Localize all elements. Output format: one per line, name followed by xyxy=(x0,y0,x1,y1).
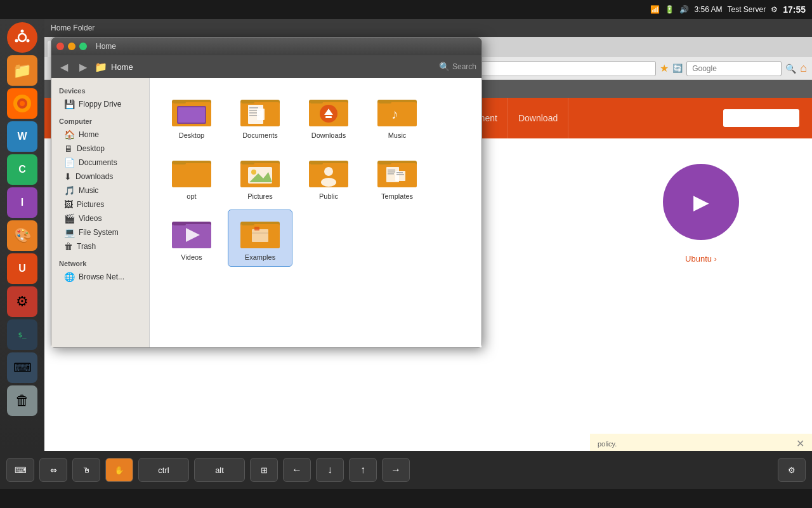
sidebar-item-documents[interactable]: 📄 Documents xyxy=(51,156,149,170)
svg-rect-22 xyxy=(249,107,258,109)
sidebar-item-floppy[interactable]: 💾 Floppy Drive xyxy=(51,97,149,111)
unity-icon-panel[interactable]: U xyxy=(7,253,37,284)
fm-maximize-button[interactable] xyxy=(79,43,87,50)
browser-search-input[interactable] xyxy=(686,61,782,76)
sidebar-item-home[interactable]: 🏠 Home xyxy=(51,128,149,142)
sidebar-item-downloads[interactable]: ⬇ Downloads xyxy=(51,170,149,184)
folder-opt[interactable]: opt xyxy=(160,149,223,205)
mouse-toggle-button[interactable]: 🖱 xyxy=(72,458,100,482)
arrow-up-button[interactable]: ↑ xyxy=(349,458,377,482)
folder-pictures-icon xyxy=(240,154,280,190)
music-folder-icon: 🎵 xyxy=(64,185,75,196)
fm-close-button[interactable] xyxy=(56,43,64,50)
svg-text:♪: ♪ xyxy=(391,106,398,122)
ubuntu-promo-link[interactable]: Ubuntu › xyxy=(685,254,717,264)
folder-public-icon xyxy=(308,154,349,190)
sidebar-item-trash[interactable]: 🗑 Trash xyxy=(51,239,149,253)
documents-folder-icon: 📄 xyxy=(64,157,75,168)
privacy-text: policy. xyxy=(598,440,617,448)
keyboard-toggle-button[interactable]: ⌨ xyxy=(6,458,34,482)
fm-sidebar-devices-header: Devices xyxy=(51,84,149,97)
folder-templates-icon xyxy=(377,154,417,190)
privacy-close-icon[interactable]: ✕ xyxy=(796,438,804,450)
fm-search-label: Search xyxy=(452,62,476,71)
folder-videos[interactable]: Videos xyxy=(160,210,223,266)
fm-title-bar: Home xyxy=(51,37,481,55)
alt-key-button[interactable]: alt xyxy=(194,458,245,482)
files-icon-panel[interactable]: 📁 xyxy=(7,55,37,86)
svg-rect-42 xyxy=(242,161,254,164)
brand-nav-download[interactable]: Download xyxy=(508,98,568,138)
sidebar-item-desktop[interactable]: 🖥 Desktop xyxy=(51,142,149,156)
svg-rect-24 xyxy=(249,112,257,114)
fm-back-button[interactable]: ◀ xyxy=(56,60,72,74)
play-icon: ▶ xyxy=(693,190,709,214)
folder-desktop[interactable]: Desktop xyxy=(160,88,223,144)
folder-pictures[interactable]: Pictures xyxy=(228,149,292,205)
svg-point-7 xyxy=(20,101,25,106)
fm-search-icon[interactable]: 🔍 xyxy=(439,62,450,72)
downloads-folder-icon: ⬇ xyxy=(64,171,72,182)
folder-opt-label: opt xyxy=(187,192,196,200)
folder-documents[interactable]: Documents xyxy=(228,88,292,144)
browser-go-icon[interactable]: 🔄 xyxy=(672,64,683,73)
folder-music[interactable]: ♪ Music xyxy=(365,88,429,144)
arrow-right-button[interactable]: → xyxy=(382,458,410,482)
svg-rect-38 xyxy=(172,163,211,187)
windows-key-button[interactable]: ⊞ xyxy=(250,458,278,482)
svg-rect-17 xyxy=(178,107,205,123)
svg-rect-63 xyxy=(173,222,186,225)
top-time: 17:55 xyxy=(783,4,806,15)
hand-toggle-button[interactable]: ✋ xyxy=(105,458,133,482)
svg-point-49 xyxy=(324,167,333,176)
arrows-toggle-button[interactable]: ⇔ xyxy=(39,458,67,482)
trash-icon-panel[interactable]: 🗑 xyxy=(7,385,37,416)
arrow-left-button[interactable]: ← xyxy=(283,458,311,482)
top-settings-icon[interactable]: ⚙ xyxy=(771,5,778,14)
fm-forward-button[interactable]: ▶ xyxy=(75,60,91,74)
sidebar-item-videos[interactable]: 🎬 Videos xyxy=(51,211,149,225)
up-arrow-icon: ↑ xyxy=(360,464,365,476)
synaptic-icon-panel[interactable]: ⚙ xyxy=(7,286,37,317)
right-arrow-icon: → xyxy=(391,464,401,476)
fm-title: Home xyxy=(96,42,116,51)
ctrl-label: ctrl xyxy=(158,465,169,475)
fm-location-bar: 📁 Home xyxy=(95,61,435,73)
writer-icon-panel[interactable]: W xyxy=(7,121,37,152)
arrow-down-button[interactable]: ↓ xyxy=(316,458,344,482)
terminal-icon-panel[interactable]: $_ xyxy=(7,319,37,350)
screenkey-icon-panel[interactable]: ⌨ xyxy=(7,352,37,383)
folder-examples[interactable]: Examples xyxy=(228,210,292,266)
unity-panel: 📁 W C I 🎨 U ⚙ $_ ⌨ 🗑 xyxy=(0,19,44,451)
app-title: Home Folder xyxy=(51,23,95,32)
sidebar-item-pictures[interactable]: 🖼 Pictures xyxy=(51,197,149,211)
bookmark-star-icon[interactable]: ★ xyxy=(660,62,669,74)
ubuntu-home-button[interactable] xyxy=(7,22,37,53)
theme-icon-panel[interactable]: 🎨 xyxy=(7,220,37,251)
svg-point-4 xyxy=(15,39,18,43)
fm-minimize-button[interactable] xyxy=(68,43,75,50)
settings-button[interactable]: ⚙ xyxy=(778,458,806,482)
firefox-icon-panel[interactable] xyxy=(7,88,37,119)
folder-public[interactable]: Public xyxy=(297,149,360,205)
ctrl-key-button[interactable]: ctrl xyxy=(138,458,189,482)
fm-search-area: 🔍 Search xyxy=(439,62,476,72)
folder-downloads-label: Downloads xyxy=(311,131,346,139)
impress-icon-panel[interactable]: I xyxy=(7,187,37,218)
folder-templates[interactable]: Templates xyxy=(365,149,429,205)
calc-icon-panel[interactable]: C xyxy=(7,154,37,185)
trash-folder-icon: 🗑 xyxy=(64,241,73,251)
brand-search xyxy=(723,109,799,127)
arrows-icon: ⇔ xyxy=(50,465,57,475)
svg-rect-55 xyxy=(388,170,395,171)
home-button[interactable]: ⌂ xyxy=(800,62,807,75)
sidebar-item-browse-network[interactable]: 🌐 Browse Net... xyxy=(51,270,149,284)
search-submit-icon[interactable]: 🔍 xyxy=(785,64,796,74)
brand-search-input[interactable] xyxy=(723,109,799,127)
sidebar-item-music[interactable]: 🎵 Music xyxy=(51,184,149,197)
folder-downloads[interactable]: Downloads xyxy=(297,88,360,144)
svg-rect-32 xyxy=(325,116,332,118)
alt-label: alt xyxy=(215,465,224,475)
sidebar-item-filesystem[interactable]: 💻 File System xyxy=(51,225,149,239)
svg-rect-56 xyxy=(388,171,396,173)
